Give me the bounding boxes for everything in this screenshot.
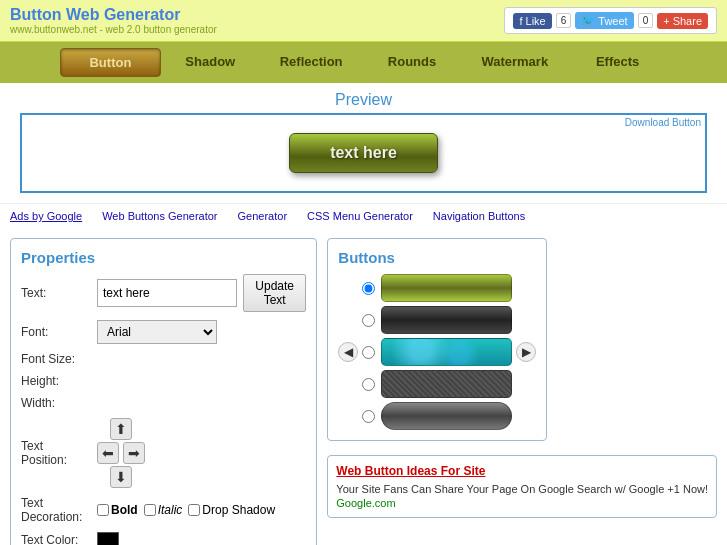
text-pos-right-button[interactable]: ➡ (123, 442, 145, 464)
ad-link-generator[interactable]: Generator (238, 210, 288, 222)
ad-box-title[interactable]: Web Button Ideas For Site (336, 464, 708, 478)
ad-link-nav-buttons[interactable]: Navigation Buttons (433, 210, 525, 222)
drop-shadow-label: Drop Shadow (202, 503, 275, 517)
app-title: Button Web Generator (10, 6, 217, 24)
height-label: Height: (21, 374, 91, 388)
text-pos-up-button[interactable]: ⬆ (110, 418, 132, 440)
text-label: Text: (21, 286, 91, 300)
gp-icon: + (663, 15, 669, 27)
header: Button Web Generator www.buttonweb.net -… (0, 0, 727, 42)
tab-shadow[interactable]: Shadow (161, 48, 260, 77)
teal-inner (382, 339, 511, 365)
gp-label: Share (673, 15, 702, 27)
text-pos-down-button[interactable]: ⬇ (110, 466, 132, 488)
button-preview-dark[interactable] (381, 306, 512, 334)
bold-checkbox[interactable] (97, 504, 109, 516)
text-color-swatch[interactable] (97, 532, 119, 545)
download-button-link[interactable]: Download Button (625, 117, 701, 128)
preview-box: Download Button text here (20, 113, 707, 193)
list-item (362, 338, 512, 366)
properties-panel: Properties Text: Update Text Font: Arial… (10, 238, 317, 545)
text-decoration-label: Text Decoration: (21, 496, 91, 524)
tab-reflection[interactable]: Reflection (260, 48, 363, 77)
text-position-label: Text Position: (21, 439, 91, 467)
font-size-label: Font Size: (21, 352, 91, 366)
button-select-5[interactable] (362, 410, 375, 423)
button-select-1[interactable] (362, 282, 375, 295)
button-preview-carbon[interactable] (381, 370, 512, 398)
two-col: Properties Text: Update Text Font: Arial… (0, 228, 727, 545)
text-decoration-property-row: Text Decoration: Bold Italic Drop Shadow (21, 496, 306, 524)
ad-link-web-buttons[interactable]: Web Buttons Generator (102, 210, 217, 222)
button-select-2[interactable] (362, 314, 375, 327)
properties-title: Properties (21, 249, 306, 266)
tw-icon: 🐦 (581, 14, 595, 27)
preview-section: Preview Download Button text here (0, 83, 727, 203)
ads-bar: Ads by Google Web Buttons Generator Gene… (0, 203, 727, 228)
button-preview-teal[interactable] (381, 338, 512, 366)
main-content: Preview Download Button text here Ads by… (0, 83, 727, 545)
ad-box: Web Button Ideas For Site Your Site Fans… (327, 455, 717, 518)
carousel-next-button[interactable]: ▶ (516, 342, 536, 362)
button-preview-green[interactable] (381, 274, 512, 302)
text-pos-left-button[interactable]: ⬅ (97, 442, 119, 464)
ad-link-css-menu[interactable]: CSS Menu Generator (307, 210, 413, 222)
text-color-label: Text Color: (21, 533, 91, 545)
app-subtitle: www.buttonweb.net - web 2.0 button gener… (10, 24, 217, 35)
update-text-button[interactable]: Update Text (243, 274, 306, 312)
bold-option[interactable]: Bold (97, 503, 138, 517)
font-select[interactable]: Arial Verdana Times New Roman Georgia Co… (97, 320, 217, 344)
preview-title: Preview (20, 91, 707, 109)
list-item (362, 274, 512, 302)
italic-option[interactable]: Italic (144, 503, 183, 517)
header-title-block: Button Web Generator www.buttonweb.net -… (10, 6, 217, 35)
text-position-property-row: Text Position: ⬆ ⬅ ➡ ⬇ (21, 418, 306, 488)
button-list (362, 274, 512, 430)
list-item (362, 370, 512, 398)
drop-shadow-checkbox[interactable] (188, 504, 200, 516)
ads-by-google-label[interactable]: Ads by Google (10, 210, 82, 222)
font-property-row: Font: Arial Verdana Times New Roman Geor… (21, 320, 306, 344)
width-property-row: Width: (21, 396, 306, 410)
button-select-3[interactable] (362, 346, 375, 359)
social-buttons: f Like 6 🐦 Tweet 0 + Share (504, 7, 717, 34)
nav-tabs: Button Shadow Reflection Rounds Watermar… (0, 42, 727, 83)
fb-icon: f (519, 15, 522, 27)
facebook-like-button[interactable]: f Like (513, 13, 551, 29)
bold-label: Bold (111, 503, 138, 517)
carousel-prev-button[interactable]: ◀ (338, 342, 358, 362)
ad-box-link[interactable]: Google.com (336, 497, 708, 509)
tab-effects[interactable]: Effects (568, 48, 667, 77)
button-preview-silver[interactable] (381, 402, 512, 430)
text-property-row: Text: Update Text (21, 274, 306, 312)
tw-label: Tweet (598, 15, 627, 27)
fb-label: Like (526, 15, 546, 27)
ads-by-google: Ads by Google (10, 210, 82, 222)
text-input[interactable] (97, 279, 237, 307)
ad-box-text: Your Site Fans Can Share Your Page On Go… (336, 482, 708, 497)
buttons-panel: Buttons ◀ (327, 238, 547, 441)
fb-count: 6 (556, 13, 572, 28)
width-label: Width: (21, 396, 91, 410)
tab-button[interactable]: Button (60, 48, 161, 77)
italic-checkbox[interactable] (144, 504, 156, 516)
buttons-title: Buttons (338, 249, 536, 266)
google-share-button[interactable]: + Share (657, 13, 708, 29)
font-label: Font: (21, 325, 91, 339)
tw-count: 0 (638, 13, 654, 28)
button-carousel: ◀ (338, 274, 536, 430)
height-property-row: Height: (21, 374, 306, 388)
drop-shadow-option[interactable]: Drop Shadow (188, 503, 275, 517)
tab-watermark[interactable]: Watermark (461, 48, 568, 77)
right-column: Buttons ◀ (327, 238, 717, 545)
text-position-area: ⬆ ⬅ ➡ ⬇ (97, 418, 145, 488)
preview-button[interactable]: text here (289, 133, 438, 173)
italic-label: Italic (158, 503, 183, 517)
list-item (362, 402, 512, 430)
button-select-4[interactable] (362, 378, 375, 391)
tab-rounds[interactable]: Rounds (363, 48, 462, 77)
twitter-tweet-button[interactable]: 🐦 Tweet (575, 12, 633, 29)
text-pos-middle: ⬅ ➡ (97, 442, 145, 464)
list-item (362, 306, 512, 334)
text-color-property-row: Text Color: (21, 532, 306, 545)
